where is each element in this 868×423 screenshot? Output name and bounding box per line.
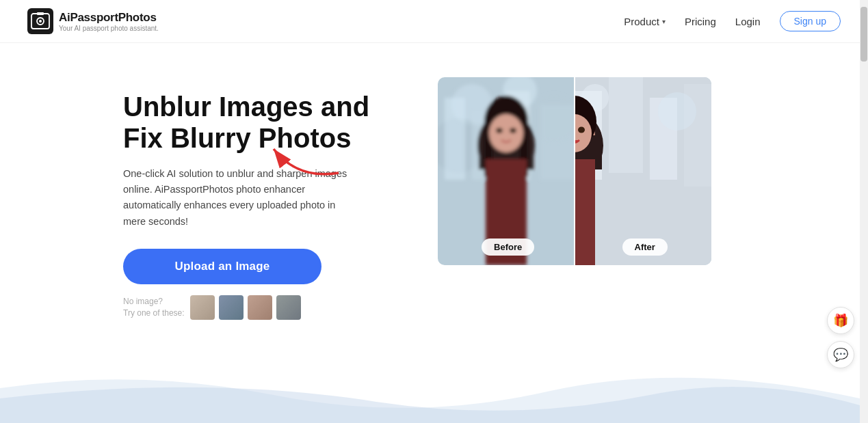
svg-point-25 [496, 128, 503, 133]
logo-subtitle: Your AI passport photo assistant. [59, 25, 159, 32]
wave-svg [0, 361, 860, 423]
upload-button[interactable]: Upload an Image [123, 249, 321, 284]
svg-point-26 [510, 128, 516, 133]
svg-point-24 [489, 114, 523, 152]
sample-row: No image? Try one of these: [123, 295, 383, 320]
nav-links: Product ▾ Pricing Login Sign up [624, 11, 841, 31]
sample-thumb-3[interactable] [248, 295, 272, 320]
sample-thumb-1[interactable] [190, 295, 215, 320]
signup-button[interactable]: Sign up [780, 11, 841, 31]
hero-description: One-click AI solution to unblur and shar… [123, 166, 356, 230]
svg-point-3 [39, 20, 42, 23]
logo[interactable]: AiPassportPhotos Your AI passport photo … [27, 8, 159, 34]
headline: Unblur Images and Fix Blurry Photos [123, 91, 383, 154]
left-panel: Unblur Images and Fix Blurry Photos One-… [123, 77, 383, 320]
svg-rect-30 [609, 77, 643, 173]
scrollbar-thumb[interactable] [860, 7, 867, 62]
chevron-down-icon: ▾ [662, 18, 666, 25]
logo-title: AiPassportPhotos [59, 11, 159, 25]
svg-rect-14 [445, 98, 465, 180]
side-icons: 🎁 💬 [827, 307, 854, 368]
sample-thumb-4[interactable] [276, 295, 301, 320]
logo-icon [27, 8, 53, 34]
login-button[interactable]: Login [735, 16, 761, 27]
sample-thumb-2[interactable] [219, 295, 244, 320]
wave-section [0, 361, 868, 423]
after-label: After [622, 238, 668, 256]
svg-point-34 [658, 92, 696, 131]
sample-thumbs [190, 295, 301, 320]
logo-text: AiPassportPhotos Your AI passport photo … [59, 11, 159, 32]
gift-button[interactable]: 🎁 [827, 307, 854, 334]
scrollbar[interactable] [860, 0, 868, 423]
svg-rect-4 [37, 12, 44, 15]
nav-product[interactable]: Product ▾ [624, 16, 666, 27]
navbar: AiPassportPhotos Your AI passport photo … [0, 0, 868, 43]
no-image-label: No image? Try one of these: [123, 296, 185, 319]
nav-pricing[interactable]: Pricing [685, 16, 716, 27]
right-panel: Before After [438, 77, 711, 265]
comparison-svg [438, 77, 711, 265]
main-content: Unblur Images and Fix Blurry Photos One-… [0, 43, 868, 320]
svg-point-42 [578, 127, 585, 133]
svg-rect-17 [540, 105, 575, 180]
svg-rect-44 [574, 77, 575, 265]
chat-button[interactable]: 💬 [827, 341, 854, 368]
ba-labels: Before After [438, 238, 711, 256]
before-after-image: Before After [438, 77, 711, 265]
before-label: Before [482, 238, 534, 256]
